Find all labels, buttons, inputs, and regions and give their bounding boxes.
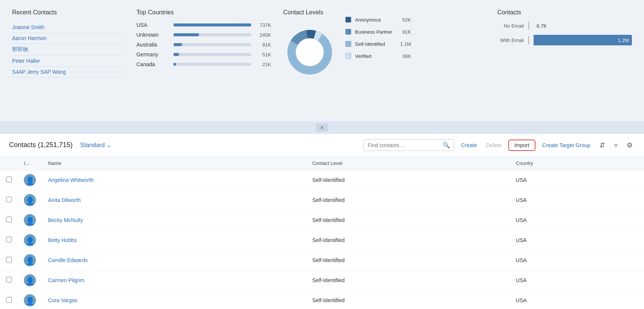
- view-chevron-icon: ⌄: [106, 141, 111, 149]
- row-contact-level-cell: Self-Identified: [306, 230, 510, 250]
- contact-name-link[interactable]: Carmen Pilgrim: [48, 277, 84, 283]
- contact-name-link[interactable]: Cora Vargas: [48, 297, 78, 303]
- create-target-group-button[interactable]: Create Target Group: [540, 141, 593, 150]
- contacts-bar-section: Contacts No Email 6.7K With Email 1.2M: [497, 9, 632, 113]
- country-value: 245K: [254, 32, 271, 38]
- legend-item: Self-Identified 1.1M: [345, 41, 411, 47]
- row-contact-level-cell: Self-Identified: [306, 170, 510, 190]
- recent-contact-item[interactable]: Joanne Smith: [12, 22, 124, 33]
- recent-contact-link[interactable]: S4AP Jerry SAP Wang: [12, 69, 66, 75]
- row-country-cell: USA: [510, 250, 644, 270]
- row-avatar-cell: 👤: [18, 210, 42, 230]
- recent-contact-item[interactable]: S4AP Jerry SAP Wang: [12, 67, 124, 78]
- row-checkbox-cell: [0, 190, 18, 210]
- contacts-bar-title: Contacts: [497, 9, 632, 16]
- collapse-bar[interactable]: ∧: [0, 121, 644, 134]
- row-checkbox-cell: [0, 210, 18, 230]
- table-row: 👤 Cora Vargas Self-Identified USA: [0, 290, 644, 309]
- country-value: 737K: [254, 22, 271, 28]
- avatar-icon: 👤: [25, 176, 35, 185]
- row-avatar-cell: 👤: [18, 250, 42, 270]
- create-button[interactable]: Create: [459, 141, 479, 150]
- row-contact-level-cell: Self-Identified: [306, 270, 510, 290]
- table-header: I... Name Contact Level Country: [0, 157, 644, 170]
- legend-value: 36K: [402, 53, 411, 59]
- contacts-table: I... Name Contact Level Country 👤 Angeli…: [0, 157, 644, 309]
- avatar: 👤: [24, 214, 36, 226]
- country-row: Canada 21K: [137, 61, 271, 67]
- row-avatar-cell: 👤: [18, 170, 42, 190]
- bar-inner: 1.2M: [534, 35, 632, 45]
- settings-icon-button[interactable]: ⚙: [624, 140, 635, 150]
- summary-panel: Recent Contacts Joanne SmithAaron Harmon…: [0, 0, 644, 121]
- recent-contact-item[interactable]: Aaron Harmon: [12, 33, 124, 44]
- search-box: 🔍: [363, 139, 454, 151]
- row-checkbox[interactable]: [6, 237, 12, 242]
- search-icon-button[interactable]: 🔍: [442, 141, 450, 149]
- recent-contacts-section: Recent Contacts Joanne SmithAaron Harmon…: [12, 9, 137, 113]
- contact-name-link[interactable]: Camille Edwards: [48, 257, 88, 263]
- avatar-icon: 👤: [25, 297, 35, 306]
- country-name: Australia: [137, 42, 171, 48]
- contact-name-link[interactable]: Anita Dilworth: [48, 197, 81, 203]
- recent-contact-link[interactable]: Peter Haller: [12, 58, 40, 64]
- row-country-cell: USA: [510, 270, 644, 290]
- recent-contact-link[interactable]: Aaron Harmon: [12, 35, 47, 41]
- legend-value: 91K: [402, 29, 411, 35]
- legend-value: 1.1M: [400, 41, 411, 47]
- col-country: Country: [510, 157, 644, 170]
- contact-name-link[interactable]: Angelina Whitworth: [48, 177, 94, 183]
- row-avatar-cell: 👤: [18, 230, 42, 250]
- recent-contact-item[interactable]: 郭郭驰: [12, 44, 124, 56]
- bar-divider: [528, 36, 529, 44]
- contact-name-link[interactable]: Becky McNulty: [48, 217, 83, 223]
- row-checkbox[interactable]: [6, 277, 12, 283]
- row-checkbox-cell: [0, 250, 18, 270]
- country-bar: [174, 23, 251, 26]
- country-bar-wrap: [174, 53, 251, 56]
- row-checkbox[interactable]: [6, 217, 12, 222]
- country-row: USA 737K: [137, 22, 271, 28]
- legend-label: Verified: [355, 53, 393, 59]
- recent-contact-link[interactable]: Joanne Smith: [12, 24, 45, 30]
- table-row: 👤 Becky McNulty Self-Identified USA: [0, 210, 644, 230]
- row-checkbox-cell: [0, 230, 18, 250]
- legend-label: Self-Identified: [355, 41, 390, 47]
- contact-levels-legend: Anonymous 52K Business Partner 91K Self-…: [345, 17, 411, 59]
- row-contact-level-cell: Self-Identified: [306, 190, 510, 210]
- donut-chart: [283, 26, 336, 79]
- search-input[interactable]: [368, 142, 439, 148]
- sort-icon-button[interactable]: ⇵: [597, 140, 607, 150]
- filter-icon-button[interactable]: ▿: [612, 140, 620, 150]
- country-row: Unknown 245K: [137, 32, 271, 38]
- country-value: 81K: [254, 42, 271, 48]
- row-country-cell: USA: [510, 290, 644, 309]
- import-button[interactable]: Import: [508, 140, 535, 151]
- country-bar-wrap: [174, 23, 251, 26]
- country-name: Unknown: [137, 32, 171, 38]
- row-name-cell: Anita Dilworth: [42, 190, 306, 210]
- view-select[interactable]: Standard ⌄: [80, 141, 111, 149]
- country-name: USA: [137, 22, 171, 28]
- contact-levels-section: Contact Levels Anonymous 52K: [283, 9, 497, 113]
- recent-contact-link[interactable]: 郭郭驰: [12, 46, 28, 52]
- country-bar-wrap: [174, 43, 251, 46]
- bar-value-outside: 6.7K: [537, 23, 547, 29]
- svg-point-4: [296, 39, 323, 66]
- delete-button[interactable]: Delete: [484, 141, 503, 150]
- row-checkbox[interactable]: [6, 297, 12, 303]
- country-row: Germany 51K: [137, 51, 271, 57]
- row-checkbox[interactable]: [6, 257, 12, 262]
- recent-contact-item[interactable]: Peter Haller: [12, 56, 124, 67]
- row-checkbox[interactable]: [6, 197, 12, 202]
- row-checkbox[interactable]: [6, 177, 12, 182]
- legend-swatch: [345, 29, 351, 35]
- contact-name-link[interactable]: Betty Hobbs: [48, 237, 77, 243]
- avatar-icon: 👤: [25, 256, 35, 266]
- col-name: Name: [42, 157, 306, 170]
- contacts-bar-rows: No Email 6.7K With Email 1.2M: [497, 22, 632, 45]
- collapse-button[interactable]: ∧: [316, 123, 328, 132]
- recent-contacts-list: Joanne SmithAaron Harmon郭郭驰Peter HallerS…: [12, 22, 124, 78]
- row-checkbox-cell: [0, 170, 18, 190]
- row-checkbox-cell: [0, 290, 18, 309]
